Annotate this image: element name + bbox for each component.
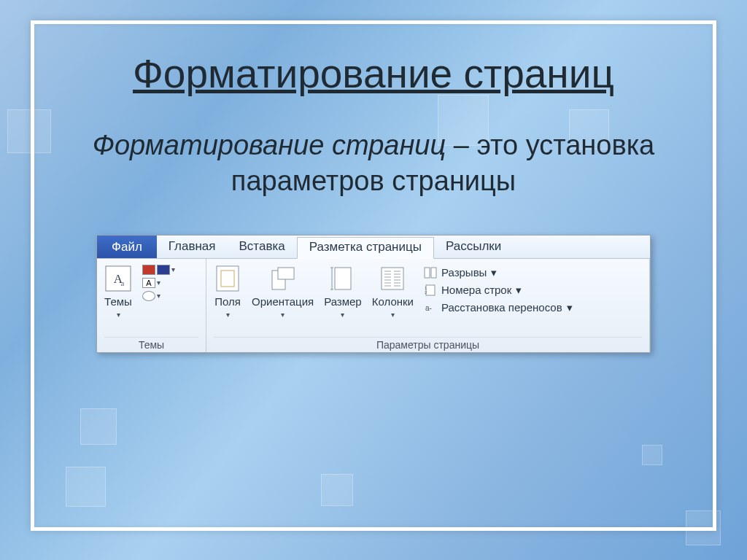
- svg-rect-25: [431, 268, 436, 278]
- line-numbers-icon: 12: [424, 284, 437, 296]
- theme-fonts-button[interactable]: A ▾: [142, 278, 175, 288]
- breaks-button[interactable]: Разрывы ▾: [424, 266, 573, 279]
- size-icon: [329, 265, 357, 292]
- chevron-down-icon: ▾: [491, 266, 497, 279]
- chevron-down-icon: ▾: [391, 311, 395, 319]
- slide-frame: Форматирование страниц Форматирование ст…: [31, 20, 716, 531]
- columns-label: Колонки: [372, 295, 414, 308]
- svg-rect-3: [217, 266, 239, 291]
- chevron-down-icon: ▾: [226, 311, 230, 319]
- chevron-down-icon: ▾: [567, 301, 573, 314]
- orientation-label: Ориентация: [252, 295, 314, 308]
- theme-effects-button[interactable]: ▾: [142, 291, 175, 301]
- size-button[interactable]: Размер ▾: [324, 263, 362, 319]
- group-page-setup-label: Параметры страницы: [214, 337, 642, 351]
- page-setup-extra: Разрывы ▾ 12 Номера строк ▾ a: [424, 263, 573, 314]
- svg-text:a: a: [121, 279, 125, 287]
- chevron-down-icon: ▾: [516, 284, 522, 297]
- svg-rect-7: [335, 268, 351, 289]
- tab-page-layout[interactable]: Разметка страницы: [297, 237, 434, 259]
- orientation-icon: [269, 265, 297, 292]
- chevron-down-icon: ▾: [117, 311, 120, 319]
- slide-title: Форматирование страниц: [63, 50, 684, 97]
- slide-subtitle: Форматирование страниц – это установка п…: [63, 128, 684, 200]
- svg-rect-26: [426, 285, 435, 295]
- tab-insert[interactable]: Вставка: [228, 236, 297, 258]
- hyphenation-button[interactable]: a- Расстановка переносов ▾: [424, 301, 573, 314]
- themes-label: Темы: [104, 295, 132, 308]
- group-themes-label: Темы: [104, 337, 198, 351]
- chevron-down-icon: ▾: [341, 311, 344, 319]
- chevron-down-icon: ▾: [281, 311, 285, 319]
- size-label: Размер: [324, 295, 362, 308]
- columns-icon: [379, 265, 406, 292]
- themes-icon: A a: [104, 265, 132, 292]
- hyphenation-icon: a-: [424, 302, 437, 314]
- ribbon: Файл Главная Вставка Разметка страницы Р…: [96, 235, 651, 353]
- group-themes: A a Темы ▾ ▾: [97, 259, 206, 352]
- line-numbers-button[interactable]: 12 Номера строк ▾: [424, 284, 573, 297]
- group-page-setup: Поля ▾ Ориентация ▾: [206, 259, 650, 352]
- svg-text:a-: a-: [425, 304, 432, 312]
- margins-label: Поля: [214, 295, 241, 308]
- breaks-label: Разрывы: [441, 266, 487, 279]
- tab-home[interactable]: Главная: [157, 236, 228, 258]
- margins-button[interactable]: Поля ▾: [214, 263, 241, 319]
- columns-button[interactable]: Колонки ▾: [372, 263, 414, 319]
- tab-mailings[interactable]: Рассылки: [434, 236, 513, 258]
- margins-icon: [214, 265, 241, 292]
- tab-file[interactable]: Файл: [97, 236, 157, 258]
- svg-rect-6: [278, 268, 294, 279]
- hyphenation-label: Расстановка переносов: [441, 301, 562, 314]
- orientation-button[interactable]: Ориентация ▾: [252, 263, 314, 319]
- line-numbers-label: Номера строк: [441, 284, 511, 296]
- svg-rect-24: [425, 268, 430, 278]
- subtitle-term: Форматирование страниц: [93, 130, 446, 160]
- theme-options: ▾ A ▾ ▾: [142, 263, 175, 301]
- theme-colors-button[interactable]: ▾: [142, 265, 175, 275]
- breaks-icon: [424, 267, 437, 279]
- ribbon-tabs: Файл Главная Вставка Разметка страницы Р…: [97, 236, 650, 259]
- themes-button[interactable]: A a Темы ▾: [104, 263, 132, 319]
- ribbon-body: A a Темы ▾ ▾: [97, 259, 650, 352]
